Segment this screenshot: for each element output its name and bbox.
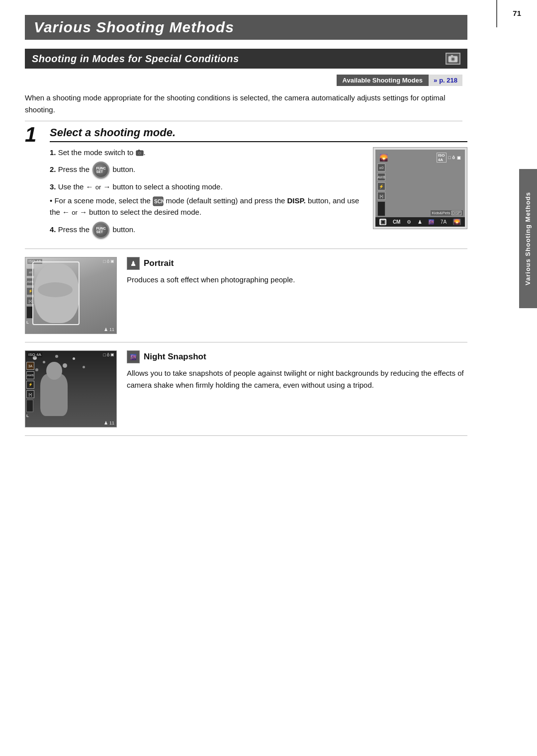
side-tab: Various Shooting Methods bbox=[519, 169, 537, 308]
intro-text: When a shooting mode appropriate for the… bbox=[25, 92, 462, 121]
cam-top-right: ISO4A □ ô ▣ bbox=[437, 153, 461, 163]
cam-mode-7a: 7A bbox=[441, 219, 447, 225]
night-head bbox=[46, 362, 62, 380]
portrait-icon: ♟ bbox=[127, 257, 140, 270]
page-title: Various Shooting Methods bbox=[34, 19, 458, 36]
portrait-focus-box bbox=[32, 261, 80, 325]
modes-page-ref: p. 218 bbox=[439, 77, 457, 84]
night-person bbox=[40, 374, 68, 416]
svg-point-2 bbox=[452, 58, 454, 60]
night-cam-left: 3A AWB ⚡ [•] L bbox=[26, 362, 34, 418]
instructions-text: 1. Set the mode switch to . 2. Press the… bbox=[50, 147, 373, 242]
portrait-title: Portrait bbox=[144, 258, 174, 268]
portrait-section: ISO 4A □ ô ▣ ±0 AWB ⚡ [•] L ♟ 11 bbox=[25, 249, 467, 342]
modes-bar-link[interactable]: » p. 218 bbox=[429, 75, 462, 86]
svg-rect-3 bbox=[451, 55, 453, 57]
func-button: FUNCSET bbox=[92, 162, 109, 178]
night-icon: 🌆 bbox=[127, 350, 140, 363]
kids-pets-label: Kids&Pets DISP bbox=[431, 210, 463, 216]
portrait-cam-bottom: ♟ 11 bbox=[25, 327, 116, 332]
cam-mode-scn: 🌄 bbox=[453, 219, 461, 225]
section-header: Shooting in Modes for Special Conditions bbox=[25, 49, 467, 69]
svg-rect-7 bbox=[138, 150, 140, 152]
step-content: Select a shooting mode. 1. Set the mode … bbox=[50, 126, 467, 242]
portrait-title-row: ♟ Portrait bbox=[127, 257, 467, 270]
instructions-list-2: 4. Press the FUNCSET button. bbox=[50, 222, 368, 239]
camera-icon bbox=[446, 53, 460, 65]
step-title: Select a shooting mode. bbox=[50, 126, 467, 142]
instruction-2: 2. Press the FUNCSET button. bbox=[50, 162, 368, 178]
svg-point-6 bbox=[139, 153, 140, 154]
cam-mode-auto: ▣ bbox=[379, 219, 386, 225]
night-cam-bottom: ♟ 11 bbox=[25, 420, 116, 425]
step-instructions: 1. Set the mode switch to . 2. Press the… bbox=[50, 147, 467, 242]
night-snapshot-section: ISO 4A □ ô ▣ 3A AWB ⚡ [•] L ♟ 11 bbox=[25, 342, 467, 436]
bullet-note: • For a scene mode, select the SCN mode … bbox=[50, 195, 368, 218]
step-number-col: 1 bbox=[25, 126, 50, 242]
svg-text:SCN: SCN bbox=[154, 199, 164, 204]
instruction-4: 4. Press the FUNCSET button. bbox=[50, 222, 368, 239]
portrait-desc: Produces a soft effect when photographin… bbox=[127, 274, 467, 286]
instruction-3: 3. Use the ← or → button to select a sho… bbox=[50, 181, 368, 193]
cam-mode-night: 🌆 bbox=[428, 219, 434, 225]
step-1-section: 1 Select a shooting mode. 1. Set the mod… bbox=[25, 126, 467, 249]
night-info: 🌆 Night Snapshot Allows you to take snap… bbox=[127, 350, 467, 391]
portrait-image: ISO 4A □ ô ▣ ±0 AWB ⚡ [•] L ♟ 11 bbox=[25, 257, 117, 334]
night-desc: Allows you to take snapshots of people a… bbox=[127, 367, 467, 391]
step-number: 1 bbox=[25, 124, 36, 145]
night-title: Night Snapshot bbox=[144, 352, 206, 362]
side-tab-text: Various Shooting Methods bbox=[524, 192, 533, 285]
portrait-info: ♟ Portrait Produces a soft effect when p… bbox=[127, 257, 467, 286]
top-rule bbox=[496, 0, 497, 27]
cam-mode-cm: CM bbox=[393, 219, 401, 225]
cam-display-inner: 🌄 ISO4A □ ô ▣ ±0 AWB ⚡ [•] bbox=[375, 150, 465, 227]
chevron-icon: » bbox=[434, 77, 437, 84]
main-content: Various Shooting Methods Shooting in Mod… bbox=[25, 0, 512, 436]
camera-display: 🌄 ISO4A □ ô ▣ ±0 AWB ⚡ [•] bbox=[373, 147, 467, 229]
step-title-text: Select a shooting mode. bbox=[50, 126, 176, 139]
cam-meter-icon: [•] bbox=[377, 192, 385, 200]
modes-bar-label: Available Shooting Modes bbox=[337, 75, 429, 86]
cam-scene-icon: 🌄 bbox=[379, 154, 388, 162]
cam-mode-row: ▣ CM ⚙ ♟ 🌆 7A 🌄 bbox=[375, 217, 465, 227]
cam-flash-icon: ⚡ bbox=[377, 182, 385, 190]
instruction-1: 1. Set the mode switch to . bbox=[50, 147, 368, 159]
func-button-2: FUNCSET bbox=[92, 222, 109, 239]
cam-mode-gear: ⚙ bbox=[407, 219, 411, 225]
cam-mode-portrait: ♟ bbox=[418, 219, 422, 225]
night-title-row: 🌆 Night Snapshot bbox=[127, 350, 467, 363]
night-image: ISO 4A □ ô ▣ 3A AWB ⚡ [•] L ♟ 11 bbox=[25, 350, 117, 427]
section-title: Shooting in Modes for Special Conditions bbox=[32, 53, 442, 65]
cam-exposure-icon: ±0 bbox=[377, 164, 385, 171]
modes-bar: Available Shooting Modes » p. 218 bbox=[25, 75, 462, 86]
page-number: 71 bbox=[513, 9, 521, 17]
cam-wb-icon: AWB bbox=[377, 173, 385, 181]
instructions-list: 1. Set the mode switch to . 2. Press the… bbox=[50, 147, 368, 192]
night-cam-top: ISO 4A □ ô ▣ bbox=[25, 352, 116, 357]
cam-level-bar bbox=[377, 201, 385, 216]
title-bar: Various Shooting Methods bbox=[25, 15, 467, 40]
